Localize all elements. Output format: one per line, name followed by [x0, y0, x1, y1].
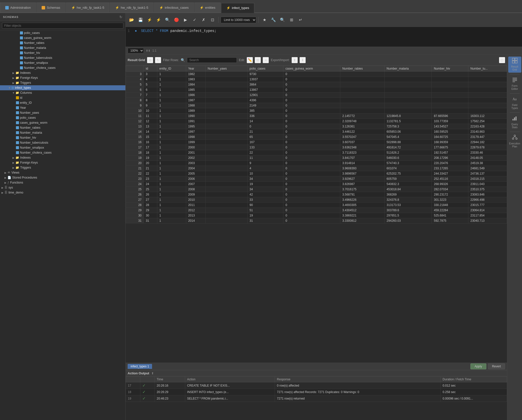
cell-polio_cases[interactable]: 385 — [248, 108, 283, 113]
tree-item-number-malaria[interactable]: Number_malaria — [0, 45, 125, 50]
filter-input[interactable] — [2, 23, 123, 29]
cell-Number_rabies[interactable]: 3.9896567 — [340, 171, 385, 176]
cell-Year[interactable]: 1986 — [186, 93, 205, 98]
cell-Number_yaws[interactable] — [206, 87, 248, 93]
cell-polio_cases[interactable]: 10 — [248, 171, 283, 176]
cell-Year[interactable]: 1991 — [186, 119, 205, 124]
cell-cases_guinea_worm[interactable]: 0 — [283, 192, 340, 197]
cell-Number_rabies[interactable]: 3.9608393 — [340, 166, 385, 171]
cell-Number_yaws[interactable] — [206, 113, 248, 119]
cell-entity_ID[interactable]: 1 — [157, 182, 186, 187]
refresh-button[interactable]: ↻ — [155, 57, 161, 63]
cell-cases_guinea_worm[interactable]: 0 — [283, 124, 340, 129]
tree-item-col-number-yaws[interactable]: Number_yaws — [0, 110, 125, 115]
cell-id[interactable]: 4 — [144, 77, 157, 82]
cell-Number_rabies[interactable] — [340, 82, 385, 87]
cell-id[interactable]: 12 — [144, 119, 157, 124]
cell-Number_tu...[interactable]: 23015.777 — [468, 203, 507, 208]
tree-item-indexes1[interactable]: ▶ 📁 Indexes — [0, 70, 125, 75]
edit-table-button[interactable]: ⊞ — [255, 57, 261, 63]
cell-Number_tu...[interactable]: 24736.137 — [468, 171, 507, 176]
cell-Number_yaws[interactable] — [206, 103, 248, 108]
cell-Number_malaria[interactable]: 368269 — [384, 192, 432, 197]
cell-id[interactable]: 7 — [144, 93, 157, 98]
cell-polio_cases[interactable]: 19 — [248, 213, 283, 218]
zoom-button[interactable]: 🔍 — [278, 16, 286, 24]
cell-Year[interactable]: 1982 — [186, 72, 205, 77]
cell-Number_rabies[interactable]: 3.6362348 — [340, 145, 385, 150]
cell-entity_ID[interactable]: 1 — [157, 108, 186, 113]
reconnect-button[interactable]: ⚡ — [146, 16, 154, 24]
cell-polio_cases[interactable]: 65 — [248, 134, 283, 140]
cell-Number_rabies[interactable]: 3.929627 — [340, 176, 385, 182]
cell-Number_malaria[interactable]: 601074 — [384, 166, 432, 171]
cell-entity_ID[interactable]: 1 — [157, 72, 186, 77]
cell-cases_guinea_worm[interactable]: 0 — [283, 182, 340, 187]
tree-item-number-smallpox[interactable]: Number_smallpox — [0, 60, 125, 65]
tree-item-guinea-worm[interactable]: cases_guinea_worm — [0, 35, 125, 40]
cell-Number_hiv[interactable] — [432, 77, 468, 82]
cell-entity_ID[interactable]: 1 — [157, 98, 186, 103]
cell-Number_tu...[interactable] — [468, 82, 507, 87]
cell-Number_rabies[interactable] — [340, 77, 385, 82]
cell-entity_ID[interactable]: 1 — [157, 87, 186, 93]
cell-entity_ID[interactable]: 1 — [157, 161, 186, 166]
table-row[interactable]: 3131120143103.3300812294260.03592.787523… — [126, 218, 507, 223]
cell-cases_guinea_worm[interactable]: 0 — [283, 134, 340, 140]
cell-polio_cases[interactable]: 13867 — [248, 87, 283, 93]
cell-Number_rabies[interactable]: 3.4966226 — [340, 197, 385, 203]
import-button[interactable]: ⬇ — [300, 57, 306, 63]
col-header-id[interactable]: id — [144, 66, 157, 72]
cell-id[interactable]: 29 — [144, 208, 157, 213]
cell-Number_malaria[interactable]: 547045.4 — [384, 134, 432, 140]
cell-Year[interactable]: 2006 — [186, 176, 205, 182]
tree-item-col-entity-id[interactable]: entity_ID — [0, 100, 125, 105]
cell-Number_yaws[interactable] — [206, 155, 248, 161]
cell-polio_cases[interactable]: 4 — [248, 166, 283, 171]
sort-icon[interactable]: ⬆ — [151, 372, 154, 375]
cell-Number_malaria[interactable] — [384, 108, 432, 113]
cell-Number_malaria[interactable]: 1132781.5 — [384, 119, 432, 124]
tree-item-infect-types[interactable]: ▼ ⊞ infect_types — [0, 85, 125, 90]
cell-entity_ID[interactable]: 1 — [157, 140, 186, 145]
tree-item-col-guinea-worm[interactable]: cases_guinea_worm — [0, 120, 125, 125]
cell-Number_yaws[interactable] — [206, 145, 248, 150]
cell-Year[interactable]: 2000 — [186, 145, 205, 150]
cell-polio_cases[interactable]: 21 — [248, 129, 283, 134]
wrap-rows-button[interactable]: ⊡ — [499, 57, 505, 63]
cell-Number_tu...[interactable]: 24681.549 — [468, 166, 507, 171]
cell-Number_yaws[interactable] — [206, 171, 248, 176]
cell-entity_ID[interactable]: 1 — [157, 176, 186, 182]
cell-Number_hiv[interactable]: 220.20476 — [432, 161, 468, 166]
cell-Number_rabies[interactable]: 3.446122 — [340, 129, 385, 134]
cell-Number_hiv[interactable]: 330.21848 — [432, 203, 468, 208]
cell-Year[interactable]: 1983 — [186, 77, 205, 82]
cell-entity_ID[interactable]: 1 — [157, 124, 186, 129]
tree-item-time-demo[interactable]: ▶ 🗄 time_demo — [0, 190, 125, 195]
cell-cases_guinea_worm[interactable]: 0 — [283, 218, 340, 223]
cell-entity_ID[interactable]: 1 — [157, 166, 186, 171]
cell-Number_tu...[interactable]: 22944.182 — [468, 140, 507, 145]
cell-Number_rabies[interactable] — [340, 87, 385, 93]
cell-polio_cases[interactable]: 336 — [248, 113, 283, 119]
cell-cases_guinea_worm[interactable]: 0 — [283, 150, 340, 155]
cell-id[interactable]: 21 — [144, 166, 157, 171]
check-button[interactable]: ✓ — [190, 16, 198, 24]
cell-cases_guinea_worm[interactable]: 0 — [283, 108, 340, 113]
cell-cases_guinea_worm[interactable]: 0 — [283, 176, 340, 182]
cell-cases_guinea_worm[interactable]: 0 — [283, 87, 340, 93]
cell-polio_cases[interactable]: 12901 — [248, 93, 283, 98]
cell-Number_hiv[interactable]: 244.33427 — [432, 171, 468, 176]
cell-entity_ID[interactable]: 1 — [157, 103, 186, 108]
cell-Number_hiv[interactable]: 87.665596 — [432, 113, 468, 119]
cell-Number_malaria[interactable]: 511626.2 — [384, 150, 432, 155]
cell-id[interactable]: 5 — [144, 82, 157, 87]
cell-entity_ID[interactable]: 1 — [157, 208, 186, 213]
col-header-number-tu[interactable]: Number_tu... — [468, 66, 507, 72]
cell-polio_cases[interactable]: 133 — [248, 145, 283, 150]
cell-Number_malaria[interactable]: 313173.53 — [384, 203, 432, 208]
cell-Number_rabies[interactable]: 2.145772 — [340, 113, 385, 119]
limit-select[interactable]: Limit to 10000 rows — [221, 17, 256, 23]
cell-polio_cases[interactable]: 0 — [248, 124, 283, 129]
edit-pencil-button[interactable]: ✏️ — [247, 57, 253, 63]
